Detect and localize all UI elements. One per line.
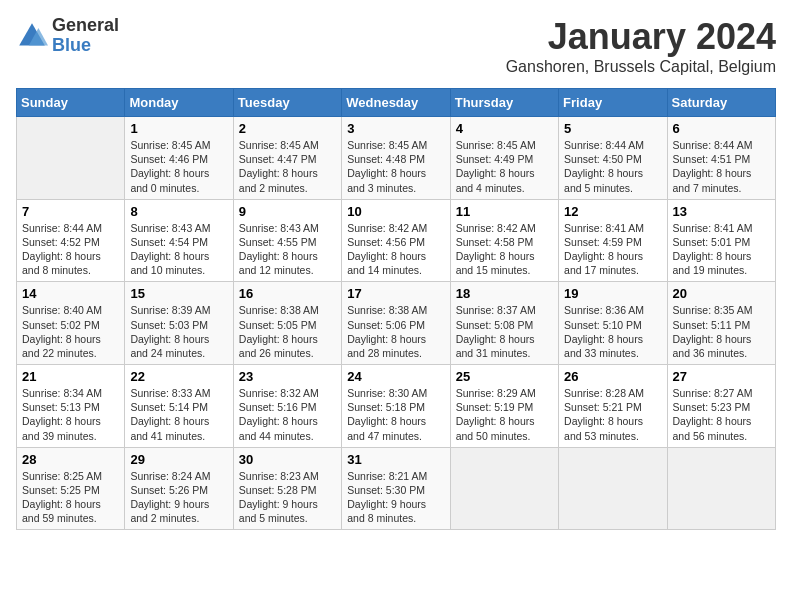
day-cell-empty bbox=[667, 447, 775, 530]
day-header-tuesday: Tuesday bbox=[233, 89, 341, 117]
day-info: Sunrise: 8:45 AMSunset: 4:49 PMDaylight:… bbox=[456, 139, 536, 194]
day-number: 4 bbox=[456, 121, 553, 136]
day-info: Sunrise: 8:27 AMSunset: 5:23 PMDaylight:… bbox=[673, 387, 753, 442]
title-block: January 2024 Ganshoren, Brussels Capital… bbox=[506, 16, 776, 76]
day-info: Sunrise: 8:45 AMSunset: 4:47 PMDaylight:… bbox=[239, 139, 319, 194]
calendar-table: SundayMondayTuesdayWednesdayThursdayFrid… bbox=[16, 88, 776, 530]
day-number: 5 bbox=[564, 121, 661, 136]
day-info: Sunrise: 8:34 AMSunset: 5:13 PMDaylight:… bbox=[22, 387, 102, 442]
logo-icon bbox=[16, 20, 48, 52]
day-number: 3 bbox=[347, 121, 444, 136]
day-number: 26 bbox=[564, 369, 661, 384]
day-number: 25 bbox=[456, 369, 553, 384]
day-cell-18: 18Sunrise: 8:37 AMSunset: 5:08 PMDayligh… bbox=[450, 282, 558, 365]
day-cell-16: 16Sunrise: 8:38 AMSunset: 5:05 PMDayligh… bbox=[233, 282, 341, 365]
day-cell-4: 4Sunrise: 8:45 AMSunset: 4:49 PMDaylight… bbox=[450, 117, 558, 200]
day-cell-26: 26Sunrise: 8:28 AMSunset: 5:21 PMDayligh… bbox=[559, 365, 667, 448]
day-number: 16 bbox=[239, 286, 336, 301]
day-number: 27 bbox=[673, 369, 770, 384]
day-number: 31 bbox=[347, 452, 444, 467]
logo-general: General bbox=[52, 16, 119, 36]
day-info: Sunrise: 8:30 AMSunset: 5:18 PMDaylight:… bbox=[347, 387, 427, 442]
day-info: Sunrise: 8:44 AMSunset: 4:51 PMDaylight:… bbox=[673, 139, 753, 194]
day-info: Sunrise: 8:33 AMSunset: 5:14 PMDaylight:… bbox=[130, 387, 210, 442]
day-cell-5: 5Sunrise: 8:44 AMSunset: 4:50 PMDaylight… bbox=[559, 117, 667, 200]
week-row-2: 7Sunrise: 8:44 AMSunset: 4:52 PMDaylight… bbox=[17, 199, 776, 282]
week-row-4: 21Sunrise: 8:34 AMSunset: 5:13 PMDayligh… bbox=[17, 365, 776, 448]
day-info: Sunrise: 8:37 AMSunset: 5:08 PMDaylight:… bbox=[456, 304, 536, 359]
day-info: Sunrise: 8:43 AMSunset: 4:54 PMDaylight:… bbox=[130, 222, 210, 277]
day-info: Sunrise: 8:42 AMSunset: 4:56 PMDaylight:… bbox=[347, 222, 427, 277]
logo-text: General Blue bbox=[52, 16, 119, 56]
day-number: 6 bbox=[673, 121, 770, 136]
day-number: 15 bbox=[130, 286, 227, 301]
day-info: Sunrise: 8:43 AMSunset: 4:55 PMDaylight:… bbox=[239, 222, 319, 277]
day-cell-28: 28Sunrise: 8:25 AMSunset: 5:25 PMDayligh… bbox=[17, 447, 125, 530]
logo-blue: Blue bbox=[52, 36, 119, 56]
day-number: 2 bbox=[239, 121, 336, 136]
day-cell-3: 3Sunrise: 8:45 AMSunset: 4:48 PMDaylight… bbox=[342, 117, 450, 200]
day-header-friday: Friday bbox=[559, 89, 667, 117]
day-header-monday: Monday bbox=[125, 89, 233, 117]
day-cell-30: 30Sunrise: 8:23 AMSunset: 5:28 PMDayligh… bbox=[233, 447, 341, 530]
day-number: 13 bbox=[673, 204, 770, 219]
day-info: Sunrise: 8:38 AMSunset: 5:05 PMDaylight:… bbox=[239, 304, 319, 359]
day-cell-2: 2Sunrise: 8:45 AMSunset: 4:47 PMDaylight… bbox=[233, 117, 341, 200]
day-cell-6: 6Sunrise: 8:44 AMSunset: 4:51 PMDaylight… bbox=[667, 117, 775, 200]
day-number: 14 bbox=[22, 286, 119, 301]
day-number: 9 bbox=[239, 204, 336, 219]
day-cell-22: 22Sunrise: 8:33 AMSunset: 5:14 PMDayligh… bbox=[125, 365, 233, 448]
location: Ganshoren, Brussels Capital, Belgium bbox=[506, 58, 776, 76]
day-number: 12 bbox=[564, 204, 661, 219]
week-row-3: 14Sunrise: 8:40 AMSunset: 5:02 PMDayligh… bbox=[17, 282, 776, 365]
day-headers: SundayMondayTuesdayWednesdayThursdayFrid… bbox=[17, 89, 776, 117]
day-number: 24 bbox=[347, 369, 444, 384]
day-number: 1 bbox=[130, 121, 227, 136]
day-cell-19: 19Sunrise: 8:36 AMSunset: 5:10 PMDayligh… bbox=[559, 282, 667, 365]
day-cell-29: 29Sunrise: 8:24 AMSunset: 5:26 PMDayligh… bbox=[125, 447, 233, 530]
day-cell-7: 7Sunrise: 8:44 AMSunset: 4:52 PMDaylight… bbox=[17, 199, 125, 282]
day-number: 18 bbox=[456, 286, 553, 301]
day-number: 22 bbox=[130, 369, 227, 384]
logo: General Blue bbox=[16, 16, 119, 56]
day-info: Sunrise: 8:41 AMSunset: 5:01 PMDaylight:… bbox=[673, 222, 753, 277]
week-row-1: 1Sunrise: 8:45 AMSunset: 4:46 PMDaylight… bbox=[17, 117, 776, 200]
day-info: Sunrise: 8:35 AMSunset: 5:11 PMDaylight:… bbox=[673, 304, 753, 359]
day-header-sunday: Sunday bbox=[17, 89, 125, 117]
day-number: 17 bbox=[347, 286, 444, 301]
day-cell-20: 20Sunrise: 8:35 AMSunset: 5:11 PMDayligh… bbox=[667, 282, 775, 365]
day-header-saturday: Saturday bbox=[667, 89, 775, 117]
day-info: Sunrise: 8:38 AMSunset: 5:06 PMDaylight:… bbox=[347, 304, 427, 359]
day-number: 19 bbox=[564, 286, 661, 301]
day-info: Sunrise: 8:36 AMSunset: 5:10 PMDaylight:… bbox=[564, 304, 644, 359]
day-info: Sunrise: 8:45 AMSunset: 4:46 PMDaylight:… bbox=[130, 139, 210, 194]
day-info: Sunrise: 8:44 AMSunset: 4:50 PMDaylight:… bbox=[564, 139, 644, 194]
day-header-thursday: Thursday bbox=[450, 89, 558, 117]
day-cell-15: 15Sunrise: 8:39 AMSunset: 5:03 PMDayligh… bbox=[125, 282, 233, 365]
day-cell-empty bbox=[450, 447, 558, 530]
day-cell-11: 11Sunrise: 8:42 AMSunset: 4:58 PMDayligh… bbox=[450, 199, 558, 282]
day-cell-9: 9Sunrise: 8:43 AMSunset: 4:55 PMDaylight… bbox=[233, 199, 341, 282]
day-cell-1: 1Sunrise: 8:45 AMSunset: 4:46 PMDaylight… bbox=[125, 117, 233, 200]
page-header: General Blue January 2024 Ganshoren, Bru… bbox=[16, 16, 776, 76]
day-info: Sunrise: 8:39 AMSunset: 5:03 PMDaylight:… bbox=[130, 304, 210, 359]
day-number: 28 bbox=[22, 452, 119, 467]
month-title: January 2024 bbox=[506, 16, 776, 58]
day-cell-24: 24Sunrise: 8:30 AMSunset: 5:18 PMDayligh… bbox=[342, 365, 450, 448]
day-cell-14: 14Sunrise: 8:40 AMSunset: 5:02 PMDayligh… bbox=[17, 282, 125, 365]
day-info: Sunrise: 8:21 AMSunset: 5:30 PMDaylight:… bbox=[347, 470, 427, 525]
day-number: 10 bbox=[347, 204, 444, 219]
day-cell-empty bbox=[559, 447, 667, 530]
day-cell-empty bbox=[17, 117, 125, 200]
day-info: Sunrise: 8:45 AMSunset: 4:48 PMDaylight:… bbox=[347, 139, 427, 194]
day-info: Sunrise: 8:44 AMSunset: 4:52 PMDaylight:… bbox=[22, 222, 102, 277]
day-info: Sunrise: 8:28 AMSunset: 5:21 PMDaylight:… bbox=[564, 387, 644, 442]
day-info: Sunrise: 8:32 AMSunset: 5:16 PMDaylight:… bbox=[239, 387, 319, 442]
day-cell-23: 23Sunrise: 8:32 AMSunset: 5:16 PMDayligh… bbox=[233, 365, 341, 448]
day-number: 30 bbox=[239, 452, 336, 467]
day-number: 11 bbox=[456, 204, 553, 219]
day-number: 20 bbox=[673, 286, 770, 301]
day-info: Sunrise: 8:42 AMSunset: 4:58 PMDaylight:… bbox=[456, 222, 536, 277]
day-cell-21: 21Sunrise: 8:34 AMSunset: 5:13 PMDayligh… bbox=[17, 365, 125, 448]
day-number: 7 bbox=[22, 204, 119, 219]
